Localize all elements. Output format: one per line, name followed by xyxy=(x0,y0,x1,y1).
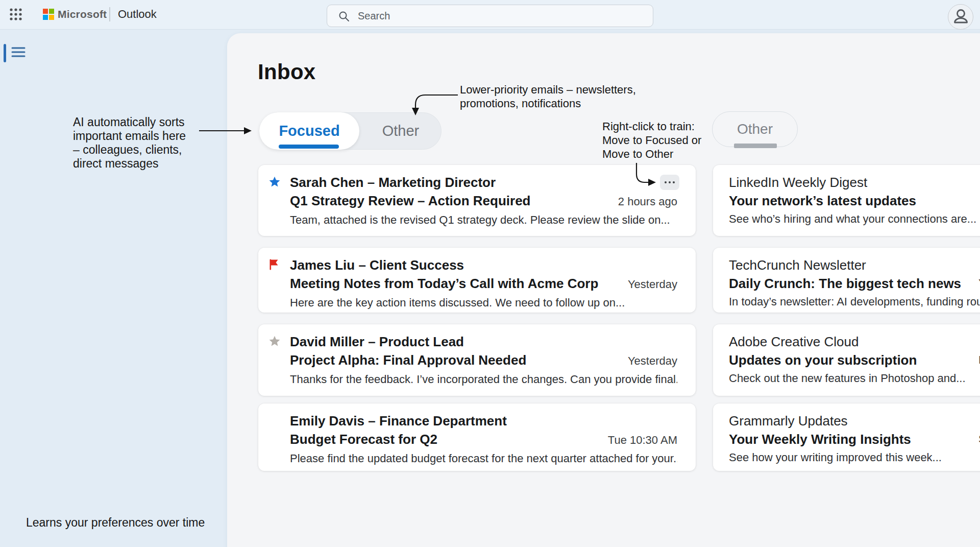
tab-other[interactable]: Other xyxy=(359,113,442,149)
person-icon xyxy=(949,22,973,30)
focused-tab-underline xyxy=(279,145,339,149)
email-card-techcrunch[interactable]: TechCrunch Newsletter Daily Crunch: The … xyxy=(713,248,980,313)
account-button[interactable] xyxy=(948,4,973,30)
app-launcher-button[interactable] xyxy=(7,6,24,23)
menu-button[interactable] xyxy=(10,45,27,60)
email-preview: In today’s newsletter: AI developments, … xyxy=(729,293,980,311)
email-preview: Please find the updated budget forecast … xyxy=(290,449,677,467)
email-time: Yesterday xyxy=(628,275,677,294)
email-card-david-miller[interactable]: David Miller – Product Lead Project Alph… xyxy=(258,324,696,396)
more-options-button[interactable] xyxy=(660,175,679,190)
star-icon[interactable] xyxy=(268,176,281,188)
email-sender: Emily Davis – Finance Department xyxy=(290,412,677,430)
email-subject: Q1 Strategy Review – Action Required xyxy=(290,192,531,210)
email-preview: Here are the key action items discussed.… xyxy=(290,294,677,312)
inbox-tab-switcher: Other Focused xyxy=(259,112,442,150)
email-subject: Your network’s latest updates xyxy=(729,192,916,210)
email-sender: TechCrunch Newsletter xyxy=(729,256,980,274)
email-subject: Budget Forecast for Q2 xyxy=(290,430,437,448)
email-card-james-liu[interactable]: James Liu – Client Success Meeting Notes… xyxy=(258,248,696,313)
email-subject: Updates on your subscription xyxy=(729,351,917,369)
email-preview: Team, attached is the revised Q1 strateg… xyxy=(290,211,677,229)
top-bar: Microsoft Outlook xyxy=(0,0,980,30)
search-box xyxy=(327,5,653,27)
topbar-divider xyxy=(109,7,110,21)
email-time: 2 hours ago xyxy=(618,193,677,211)
annotation-right-click-note: Right-click to train: Move to Focused or… xyxy=(602,120,701,161)
email-sender: James Liu – Client Success xyxy=(290,256,677,274)
email-card-sarah-chen[interactable]: Sarah Chen – Marketing Director Q1 Strat… xyxy=(258,165,696,236)
app-name-text: Outlook xyxy=(118,8,157,21)
email-sender: Adobe Creative Cloud xyxy=(729,333,980,351)
annotation-focused-note: AI automatically sorts important emails … xyxy=(73,115,186,171)
search-input[interactable] xyxy=(357,6,645,26)
microsoft-logo-icon xyxy=(43,9,55,20)
email-preview: Thanks for the feedback. I’ve incorporat… xyxy=(290,370,677,388)
email-sender: David Miller – Product Lead xyxy=(290,333,677,351)
waffle-grid-icon xyxy=(8,16,23,23)
microsoft-brand-text: Microsoft xyxy=(58,8,107,20)
email-card-emily-davis[interactable]: Emily Davis – Finance Department Budget … xyxy=(258,403,696,471)
email-card-grammarly[interactable]: Grammarly Updates Your Weekly Writing In… xyxy=(713,403,980,471)
email-preview: Check out the new features in Photoshop … xyxy=(729,369,980,387)
email-preview: See how your writing improved this week.… xyxy=(729,448,980,466)
email-card-linkedin[interactable]: LinkedIn Weekly Digest Your network’s la… xyxy=(713,165,980,236)
flag-icon[interactable] xyxy=(268,258,281,271)
email-card-adobe[interactable]: Adobe Creative Cloud Updates on your sub… xyxy=(713,324,980,396)
star-icon[interactable] xyxy=(268,335,281,347)
email-subject: Daily Crunch: The biggest tech news xyxy=(729,274,961,293)
email-sender: Grammarly Updates xyxy=(729,412,980,430)
email-subject: Your Weekly Writing Insights xyxy=(729,430,911,448)
email-time: Tue 10:30 AM xyxy=(608,431,677,449)
email-sender: LinkedIn Weekly Digest xyxy=(729,174,980,192)
other-column-label-text: Other xyxy=(737,121,773,137)
ellipsis-icon xyxy=(665,181,675,183)
page-title: Inbox xyxy=(258,60,316,84)
email-subject: Meeting Notes from Today’s Call with Acm… xyxy=(290,274,598,293)
magnifier-icon xyxy=(338,11,350,22)
annotation-other-note: Lower-priority emails – newsletters, pro… xyxy=(460,83,636,110)
email-subject: Project Alpha: Final Approval Needed xyxy=(290,351,526,369)
email-time: Yesterday xyxy=(628,352,677,370)
email-preview: See who’s hiring and what your connectio… xyxy=(729,210,980,228)
outlook-window: Microsoft Outlook xyxy=(0,0,980,547)
nav-accent-bar xyxy=(4,44,6,62)
other-column-underline xyxy=(734,144,777,148)
hamburger-icon xyxy=(11,53,26,60)
annotation-learns-note: Learns your preferences over time xyxy=(26,516,205,530)
email-sender: Sarah Chen – Marketing Director xyxy=(290,174,677,192)
other-column-label[interactable]: Other xyxy=(712,111,798,147)
